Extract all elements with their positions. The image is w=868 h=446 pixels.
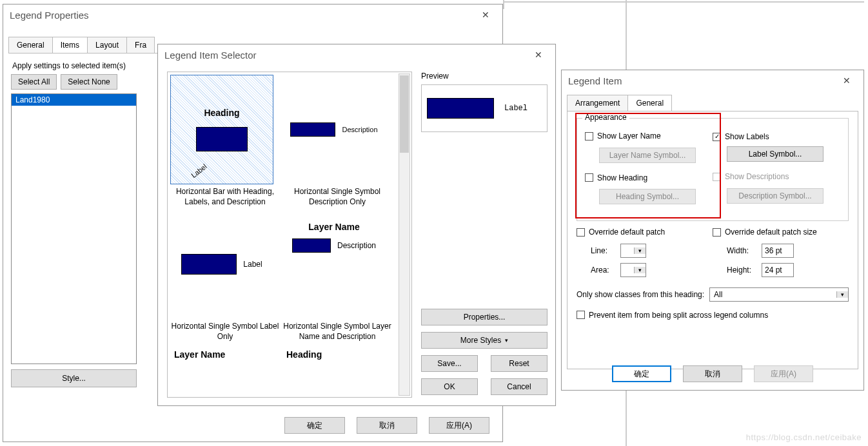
only-show-label: Only show classes from this heading: [577, 290, 704, 299]
area-dropdown[interactable]: ▾ [620, 263, 646, 277]
tab-arrangement[interactable]: Arrangement [567, 95, 628, 111]
ok-button[interactable]: 确定 [284, 417, 345, 434]
height-label: Height: [727, 266, 755, 275]
preview-label: Preview [421, 72, 547, 81]
gallery-item[interactable]: Layer Name Description Horizontal Single… [282, 209, 392, 342]
show-heading-checkbox[interactable]: Show Heading [585, 173, 647, 182]
cancel-button[interactable]: 取消 [357, 417, 417, 434]
window-title: Legend Item [568, 75, 622, 86]
thumb-top: Heading [282, 344, 392, 360]
apply-button: 应用(A) [754, 365, 813, 382]
override-patch-size-checkbox[interactable]: Override default patch size [713, 228, 817, 237]
only-show-dropdown[interactable]: All ▾ [709, 287, 849, 302]
select-all-button[interactable]: Select All [11, 74, 57, 90]
close-icon[interactable]: ✕ [836, 74, 857, 87]
line-label: Line: [591, 246, 614, 255]
heading-symbol-button: Heading Symbol... [599, 189, 696, 204]
cancel-button[interactable]: 取消 [683, 365, 742, 382]
titlebar: Legend Item Selector ✕ [158, 44, 555, 65]
ok-button[interactable]: OK [421, 378, 478, 395]
legend-item-selector-window: Legend Item Selector ✕ Heading Label Hor… [157, 44, 556, 406]
gallery-item[interactable]: Heading Label Horizontal Bar with Headin… [170, 75, 280, 207]
items-listbox[interactable]: Land1980 [11, 93, 137, 364]
bg-hline [503, 1, 864, 3]
show-layer-name-checkbox[interactable]: Show Layer Name [585, 131, 661, 141]
height-input[interactable] [762, 263, 794, 277]
thumb-label: Label [190, 162, 208, 179]
layer-name-symbol-button: Layer Name Symbol... [599, 148, 696, 163]
style-button[interactable]: Style... [11, 369, 137, 387]
navy-rect-icon [427, 98, 494, 119]
ok-button[interactable]: 确定 [612, 365, 671, 382]
gallery-caption: Horizontal Single Symbol Layer Name and … [282, 322, 392, 342]
select-none-button[interactable]: Select None [61, 74, 117, 90]
tab-frame[interactable]: Fra [126, 37, 155, 53]
line-dropdown[interactable]: ▾ [620, 244, 646, 258]
thumb-top: Layer Name [170, 344, 280, 360]
navy-rect-icon [196, 127, 248, 151]
thumb-desc: Description [342, 126, 377, 133]
gallery-item[interactable]: Heading [282, 344, 392, 360]
area-label: Area: [591, 266, 614, 275]
thumb-desc: Description [337, 241, 376, 250]
list-item[interactable]: Land1980 [12, 94, 136, 106]
gallery-caption: Horizontal Single Symbol Description Onl… [282, 187, 392, 207]
show-descriptions-checkbox: Show Descriptions [713, 172, 789, 181]
gallery-caption: Horizontal Bar with Heading, Labels, and… [170, 187, 280, 207]
window-title: Legend Properties [10, 10, 89, 21]
prevent-split-checkbox[interactable]: Prevent item from being split across leg… [577, 311, 768, 320]
gallery-item[interactable]: Layer Name [170, 344, 280, 360]
more-styles-button[interactable]: More Styles ▾ [421, 332, 547, 349]
thumb-top: Layer Name [308, 222, 359, 232]
legend-item-window: Legend Item ✕ Arrangement General Appear… [561, 70, 864, 391]
width-label: Width: [727, 246, 755, 255]
window-title: Legend Item Selector [164, 50, 257, 61]
titlebar: Legend Properties ✕ [3, 5, 502, 25]
close-icon[interactable]: ✕ [475, 8, 496, 21]
thumb-label: Label [243, 260, 262, 269]
navy-rect-icon [181, 254, 237, 275]
navy-rect-icon [292, 238, 331, 253]
thumb-heading: Heading [204, 108, 239, 118]
cancel-button[interactable]: Cancel [491, 378, 547, 395]
watermark: https://blog.csdn.net/ceibake [746, 432, 862, 442]
description-symbol-button: Description Symbol... [727, 188, 824, 204]
reset-button[interactable]: Reset [491, 355, 547, 372]
tab-general[interactable]: General [8, 37, 53, 53]
gallery-item[interactable]: Label Horizontal Single Symbol Label Onl… [170, 209, 280, 342]
chevron-down-icon: ▾ [505, 337, 508, 344]
width-input[interactable] [762, 244, 794, 258]
titlebar: Legend Item ✕ [562, 70, 863, 91]
appearance-label: Appearance [582, 113, 629, 122]
apply-button[interactable]: 应用(A) [429, 417, 489, 434]
gallery-scrollbar[interactable] [399, 73, 410, 396]
navy-rect-icon [290, 122, 335, 137]
tab-general[interactable]: General [627, 95, 672, 111]
override-patch-checkbox[interactable]: Override default patch [577, 228, 665, 237]
tab-items[interactable]: Items [52, 37, 88, 53]
label-symbol-button[interactable]: Label Symbol... [727, 146, 824, 162]
close-icon[interactable]: ✕ [528, 48, 549, 61]
properties-button[interactable]: Properties... [421, 309, 547, 325]
save-button[interactable]: Save... [421, 355, 478, 372]
preview-text: Label [504, 104, 528, 113]
gallery-item[interactable]: Description Horizontal Single Symbol Des… [282, 75, 392, 207]
gallery-caption: Horizontal Single Symbol Label Only [170, 322, 280, 342]
show-labels-checkbox[interactable]: ✓Show Labels [713, 132, 769, 141]
tab-layout[interactable]: Layout [87, 37, 127, 53]
